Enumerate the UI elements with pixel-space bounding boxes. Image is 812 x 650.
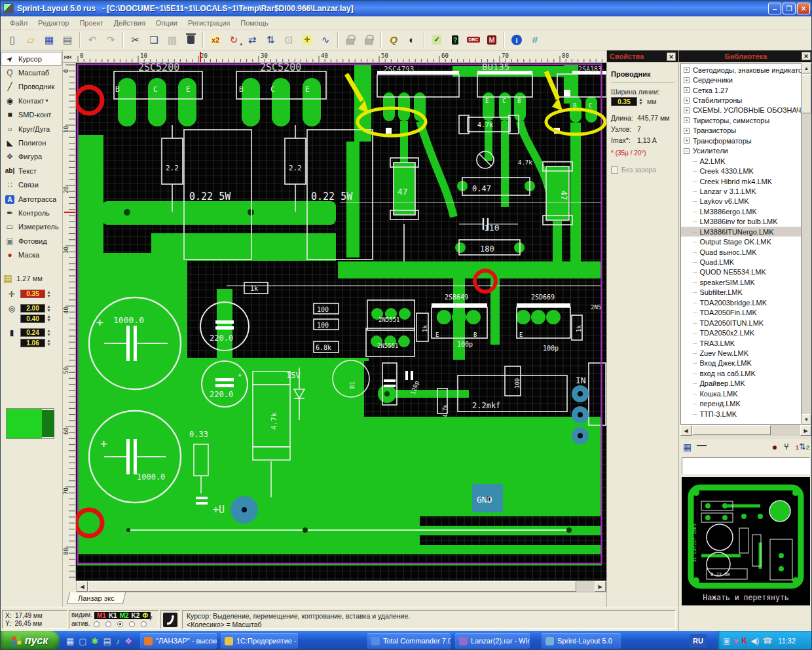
library-file[interactable]: ─TDA2050ITUN.LMK [681, 318, 801, 328]
library-file[interactable]: ─Quad вынос.LMK [681, 247, 801, 257]
tool-circle[interactable]: ○Круг/Дуга [1, 122, 62, 136]
library-file[interactable]: ─QUOD NE5534.LMK [681, 267, 801, 277]
library-close-icon[interactable]: ✕ [802, 52, 811, 60]
layer-color-swatch[interactable] [6, 408, 54, 439]
library-file[interactable]: ─LM3886inv for bulb.LMK [681, 217, 801, 227]
quicklaunch-desktop-icon[interactable]: ▢ [79, 636, 86, 646]
library-group[interactable]: +Светодиоды, знаковые индикато [681, 65, 801, 75]
paste-button[interactable]: ▥ [164, 31, 181, 48]
lock-group-button[interactable] [360, 31, 377, 48]
pad-outer-field[interactable]: 2.00 [20, 304, 45, 313]
library-group[interactable]: −Усилители [681, 146, 801, 156]
menu-item-Помощь[interactable]: Помощь [235, 18, 274, 28]
redo-button[interactable]: ↷ [102, 31, 119, 48]
menu-item-Опции[interactable]: Опции [151, 18, 183, 28]
layer-visibility-strip[interactable]: M1K1M2K2Ф [94, 612, 151, 619]
library-vscrollbar[interactable]: ▲ ▼ [802, 63, 812, 425]
library-file[interactable]: ─ТТП-3.LMK [681, 409, 801, 419]
tool-check[interactable]: ✒Контроль [1, 206, 62, 220]
tool-polygon[interactable]: ◣Полигон [1, 136, 62, 149]
layer-chip-M1[interactable]: M1 [97, 612, 106, 619]
library-file[interactable]: ─TDA2050x2.LMK [681, 328, 801, 337]
library-save-icon[interactable]: ▦ [683, 442, 692, 452]
scroll-thumb[interactable] [692, 425, 771, 435]
taskbar-button[interactable]: "ЛАНЗАР" - высокок... [140, 633, 217, 649]
pcb-canvas[interactable]: 2SC52002SC52002SC4793BU1352SA183BCEBCEEC… [76, 63, 606, 581]
no-gap-checkbox[interactable]: Без зазора [611, 166, 674, 174]
tree-toggle-icon[interactable]: + [684, 87, 690, 93]
library-swap-icon[interactable]: 1⇅2 [796, 442, 809, 451]
menu-item-Действия[interactable]: Действия [109, 18, 151, 28]
info-button[interactable]: i [508, 31, 525, 48]
library-file[interactable]: ─Laykov v6.LMK [681, 197, 801, 206]
mirror-vertical-button[interactable]: ⇅ [262, 31, 279, 48]
active-layer-radio-0[interactable] [94, 621, 100, 627]
library-file[interactable]: ─Creek Hibrid mk4.LMK [681, 176, 801, 186]
crop-button[interactable]: # [526, 31, 544, 48]
drc-button[interactable]: DRC [465, 31, 482, 48]
tree-toggle-icon[interactable]: + [684, 67, 690, 73]
library-group[interactable]: +Стабилитроны [681, 95, 801, 105]
menu-item-Редактор[interactable]: Редактор [33, 18, 74, 28]
taskbar-button[interactable]: 1С:Предприятие - П... [221, 633, 298, 649]
library-file[interactable]: ─Lanzar v 3.1.LMK [681, 186, 801, 196]
tray-phone-icon[interactable]: ☎ [762, 636, 772, 645]
new-button[interactable]: ▯ [4, 31, 21, 48]
macros-button[interactable]: M [483, 31, 500, 48]
tree-toggle-icon[interactable]: − [684, 148, 690, 154]
tree-toggle-icon[interactable]: + [684, 98, 690, 104]
test-connections-button[interactable]: ? [447, 31, 464, 48]
library-group[interactable]: +Сетка 1.27 [681, 85, 801, 95]
active-layer-radio-3[interactable] [129, 621, 135, 627]
library-file[interactable]: ─speakerSIM.LMK [681, 277, 801, 287]
photo-view-button[interactable]: ◐ [403, 31, 420, 48]
menu-item-Файл[interactable]: Файл [5, 18, 33, 28]
mirror-horizontal-button[interactable]: ⇄ [244, 31, 261, 48]
tree-toggle-icon[interactable]: + [684, 107, 690, 113]
layer-chip-M2[interactable]: M2 [120, 612, 129, 619]
layer-help-button[interactable]: ? [149, 615, 153, 622]
menu-item-Проект[interactable]: Проект [74, 18, 108, 28]
save-button[interactable]: ▦ [41, 31, 58, 48]
scroll-thumb[interactable] [802, 74, 811, 113]
tool-zoom[interactable]: QМасштаб [1, 66, 62, 79]
library-file[interactable]: ─TDA2050Fin.LMK [681, 308, 801, 318]
tray-kaspersky-icon[interactable]: K [741, 636, 747, 645]
title-bar[interactable]: Sprint-Layout 5.0 rus - [C:\DOCUME~1\5E1… [1, 1, 812, 16]
track-width-field[interactable]: 0.35 [20, 290, 45, 298]
library-file[interactable]: ─Subfilter.LMK [681, 288, 801, 297]
tool-text[interactable]: ab|Текст [1, 164, 62, 178]
properties-close-icon[interactable]: ✕ [667, 52, 676, 61]
library-hscrollbar[interactable]: ◀ ▶ [680, 425, 811, 436]
print-button[interactable]: ▤ [59, 31, 76, 48]
tool-track[interactable]: ╱Проводник [1, 80, 62, 94]
smd-width-field[interactable]: 0.24 [20, 328, 45, 337]
scroll-left-arrow[interactable]: ◀ [77, 581, 88, 592]
tool-shape[interactable]: ❖Фигура [1, 150, 62, 164]
lock-button[interactable] [342, 31, 359, 48]
library-file[interactable]: ─вход на саб.LMK [681, 368, 801, 378]
active-layer-radio-2[interactable] [117, 621, 123, 627]
document-tab[interactable]: Ланзар экс [67, 592, 126, 604]
library-file[interactable]: ─Вход Джек.LMK [681, 358, 801, 368]
tool-ratsnest[interactable]: ∷Связи [1, 178, 62, 192]
library-group[interactable]: +Трансформаторы [681, 136, 801, 145]
library-branch-icon[interactable]: ⑂ [784, 442, 789, 451]
taskbar-button[interactable]: Lanzar(2).rar - WinRAR [455, 633, 530, 649]
tool-measure[interactable]: ▭Измеритель [1, 220, 62, 234]
duplicate-button[interactable]: x2 [207, 31, 224, 48]
library-file[interactable]: ─LM3886ITUNergo.LMK [681, 227, 801, 237]
library-file[interactable]: ─Драйвер.LMK [681, 379, 801, 389]
tree-toggle-icon[interactable]: + [684, 77, 690, 83]
scroll-right-arrow[interactable]: ▶ [595, 581, 606, 592]
layer-chip-Ф[interactable]: Ф [142, 612, 148, 619]
quicklaunch-butterfly-icon[interactable]: ❖ [124, 636, 132, 646]
library-file[interactable]: ─LM3886ergo.LMK [681, 206, 801, 216]
undo-button[interactable]: ↶ [84, 31, 101, 48]
scroll-right-arrow[interactable]: ▶ [800, 425, 811, 436]
canvas-hscrollbar[interactable]: ◀ ▶ [76, 581, 606, 592]
library-file[interactable]: ─перенд.LMK [681, 398, 801, 408]
connect-traces-button[interactable]: ∿ [317, 31, 334, 48]
maximize-button[interactable]: ❐ [783, 3, 796, 14]
taskbar-button[interactable]: Sprint-Layout 5.0 [542, 633, 621, 649]
